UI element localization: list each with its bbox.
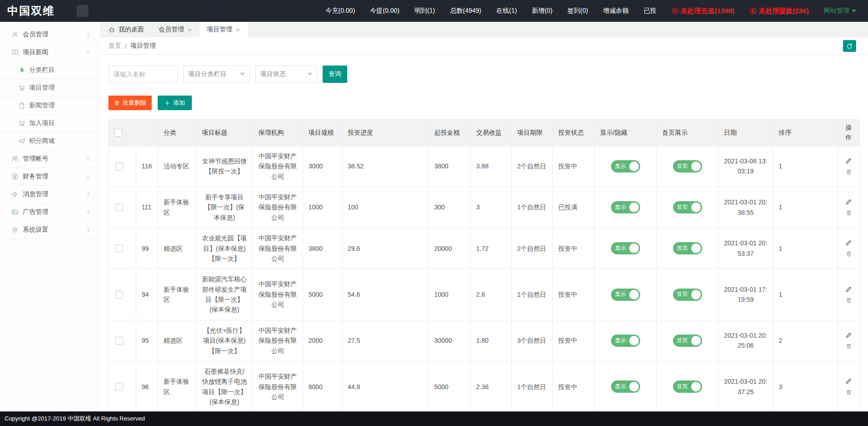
site-manage-menu[interactable]: 网站管理 bbox=[824, 7, 856, 15]
sidebar-item-消息管理[interactable]: 消息管理 bbox=[0, 186, 100, 203]
home-toggle[interactable]: 首页 bbox=[673, 289, 702, 301]
row-date-cell: 2021-03-01 20:38:55 bbox=[719, 187, 773, 228]
home-toggle[interactable]: 首页 bbox=[673, 201, 702, 213]
close-icon[interactable]: × bbox=[187, 26, 192, 33]
edit-button[interactable] bbox=[845, 198, 852, 205]
row-checkbox[interactable] bbox=[115, 337, 123, 345]
delete-button[interactable] bbox=[846, 251, 852, 257]
toggle-label: 显示 bbox=[615, 244, 626, 253]
body-row: 会员管理项目新闻分类栏目项目管理新闻管理加入项目积分商城管理帐号财务管理消息管理… bbox=[0, 22, 868, 411]
sidebar-item-项目管理[interactable]: 项目管理 bbox=[0, 79, 100, 97]
delete-button[interactable] bbox=[846, 210, 852, 216]
sidebar-item-管理帐号[interactable]: 管理帐号 bbox=[0, 150, 100, 168]
sidebar-item-会员管理[interactable]: 会员管理 bbox=[0, 26, 100, 44]
search-button[interactable]: 查询 bbox=[323, 66, 347, 83]
add-button[interactable]: 添加 bbox=[158, 96, 192, 110]
row-status-cell: 投资中 bbox=[553, 228, 595, 269]
sidebar-item-财务管理[interactable]: 财务管理 bbox=[0, 168, 100, 186]
row-home-cell: 首页 bbox=[657, 269, 719, 320]
row-scale-cell: 8000 bbox=[303, 361, 342, 411]
home-toggle[interactable]: 首页 bbox=[673, 242, 702, 254]
users-icon bbox=[11, 155, 19, 162]
row-checkbox[interactable] bbox=[115, 244, 123, 252]
show-toggle[interactable]: 显示 bbox=[611, 160, 640, 172]
sidebar-collapse-button[interactable] bbox=[77, 5, 88, 17]
delete-button[interactable] bbox=[846, 169, 852, 175]
row-home-cell: 首页 bbox=[657, 361, 719, 411]
row-title-cell: 新能源汽车核心部件研发生产项目【限一次】(保本保息) bbox=[196, 269, 253, 320]
row-show-cell: 显示 bbox=[595, 228, 657, 269]
tab-label: 项目管理 bbox=[207, 25, 232, 34]
status-select[interactable]: 项目状态 bbox=[255, 66, 317, 83]
edit-button[interactable] bbox=[845, 286, 852, 293]
category-select[interactable]: 项目分类栏目 bbox=[183, 66, 250, 83]
category-select-value: 项目分类栏目 bbox=[188, 70, 226, 78]
row-agency-cell: 中国平安财产保险股份有限公司 bbox=[253, 320, 303, 361]
row-sort-cell: 1 bbox=[773, 228, 838, 269]
show-toggle[interactable]: 显示 bbox=[611, 289, 640, 301]
header-分类: 分类 bbox=[158, 120, 196, 146]
name-search-input[interactable] bbox=[108, 66, 178, 83]
row-progress-cell: 100 bbox=[342, 187, 429, 228]
row-checkbox[interactable] bbox=[115, 383, 123, 390]
tab-会员管理[interactable]: 会员管理× bbox=[151, 22, 200, 37]
show-toggle[interactable]: 显示 bbox=[611, 380, 640, 393]
home-toggle[interactable]: 首页 bbox=[673, 160, 702, 172]
refresh-button[interactable] bbox=[843, 40, 856, 52]
home-toggle[interactable]: 首页 bbox=[673, 380, 702, 393]
sidebar-item-项目新闻[interactable]: 项目新闻 bbox=[0, 44, 100, 61]
breadcrumb-home-link[interactable]: 首页 bbox=[108, 42, 121, 50]
header-操作: 操作 bbox=[838, 120, 860, 146]
trash-icon bbox=[846, 389, 852, 396]
row-date-cell: 2021-03-01 20:25:06 bbox=[719, 320, 773, 361]
topbar-stat-4: 在线(1) bbox=[496, 7, 517, 15]
chevron-left-icon bbox=[85, 156, 91, 162]
batch-delete-button[interactable]: 批量删除 bbox=[108, 96, 152, 110]
row-show-cell: 显示 bbox=[595, 187, 657, 228]
home-toggle[interactable]: 首页 bbox=[673, 335, 702, 347]
row-status-cell: 投资中 bbox=[553, 320, 595, 361]
yen-icon bbox=[11, 173, 19, 180]
sidebar-item-广告管理[interactable]: 广告管理 bbox=[0, 203, 100, 221]
row-show-cell: 显示 bbox=[595, 146, 657, 187]
sidebar-item-新闻管理[interactable]: 新闻管理 bbox=[0, 97, 100, 115]
delete-button[interactable] bbox=[846, 297, 852, 304]
row-checkbox[interactable] bbox=[115, 162, 123, 170]
row-id-cell: 111 bbox=[136, 187, 158, 228]
edit-button[interactable] bbox=[845, 378, 852, 385]
row-ops bbox=[843, 239, 854, 257]
pending-recharge-alert[interactable]: 未处理充值(1098) bbox=[672, 7, 734, 15]
row-checkbox[interactable] bbox=[115, 203, 123, 211]
pending-withdraw-alert[interactable]: 未处理提款(236) bbox=[750, 7, 809, 15]
toggle-label: 显示 bbox=[615, 203, 626, 212]
filter-row: 项目分类栏目 项目状态 查询 bbox=[108, 66, 860, 83]
tab-我的桌面[interactable]: 我的桌面 bbox=[101, 22, 151, 37]
cart-icon bbox=[18, 84, 26, 91]
batch-delete-label: 批量删除 bbox=[123, 99, 146, 107]
sidebar-item-系统设置[interactable]: 系统设置 bbox=[0, 221, 100, 239]
edit-button[interactable] bbox=[845, 157, 852, 164]
select-all-checkbox[interactable] bbox=[114, 129, 122, 137]
row-checkbox[interactable] bbox=[115, 291, 123, 299]
edit-button[interactable] bbox=[845, 239, 852, 246]
row-period-cell: 2个自然日 bbox=[512, 146, 553, 187]
close-icon[interactable]: × bbox=[236, 26, 241, 33]
row-id-cell: 95 bbox=[136, 320, 158, 361]
pencil-icon bbox=[845, 198, 852, 205]
header-select-all-cell bbox=[109, 120, 136, 146]
show-toggle[interactable]: 显示 bbox=[611, 201, 640, 213]
row-progress-cell: 54.6 bbox=[342, 269, 429, 320]
show-toggle[interactable]: 显示 bbox=[611, 335, 640, 347]
image-icon bbox=[11, 208, 19, 216]
tab-项目管理[interactable]: 项目管理× bbox=[200, 22, 248, 37]
toggle-label: 首页 bbox=[677, 290, 688, 299]
toggle-knob bbox=[629, 336, 639, 345]
sidebar-item-分类栏目[interactable]: 分类栏目 bbox=[0, 61, 100, 79]
delete-button[interactable] bbox=[846, 389, 852, 396]
edit-button[interactable] bbox=[845, 332, 852, 339]
sidebar-item-积分商城[interactable]: 积分商城 bbox=[0, 132, 100, 150]
delete-button[interactable] bbox=[846, 343, 852, 350]
show-toggle[interactable]: 显示 bbox=[611, 242, 640, 254]
toggle-label: 首页 bbox=[677, 244, 688, 253]
sidebar-item-加入项目[interactable]: 加入项目 bbox=[0, 115, 100, 132]
